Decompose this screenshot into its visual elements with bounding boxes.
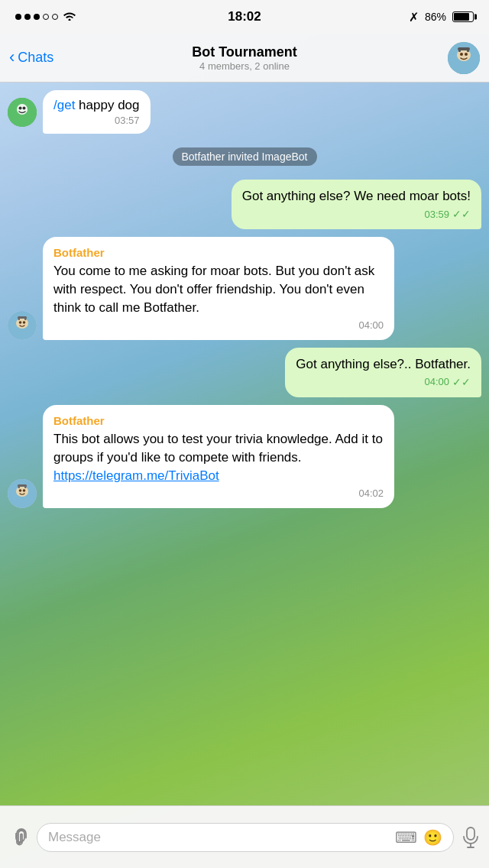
bluetooth-icon: ✗ [409, 10, 419, 24]
battery-percent: 86% [425, 11, 446, 23]
sender-name: Botfather [53, 245, 384, 261]
battery-fill [454, 13, 469, 21]
list-item: /get happy dog 03:57 [8, 90, 151, 134]
avatar [8, 311, 37, 340]
svg-rect-6 [467, 48, 469, 52]
dot-1 [15, 14, 21, 20]
dot-4 [43, 14, 49, 20]
message-bubble: Botfather You come to me asking for moar… [43, 237, 394, 340]
back-label[interactable]: Chats [18, 50, 53, 66]
back-chevron-icon: ‹ [9, 47, 15, 67]
message-time-row: 03:59 ✓✓ [242, 207, 471, 222]
dot-2 [24, 14, 31, 20]
message-text: You come to me asking for moar bots. But… [53, 262, 384, 316]
list-item: Got anything else?.. Botfather. 04:00 ✓✓ [285, 348, 481, 397]
message-bubble: Got anything else?.. Botfather. 04:00 ✓✓ [285, 348, 481, 397]
message-time-row: 03:57 [53, 115, 140, 126]
svg-point-19 [16, 486, 28, 497]
svg-point-21 [23, 489, 26, 492]
svg-rect-23 [18, 485, 21, 488]
svg-rect-5 [458, 48, 461, 52]
system-message-row: Botfather invited ImageBot [8, 143, 481, 170]
message-time: 03:59 [424, 208, 449, 222]
nav-title: Bot Tournament [192, 44, 297, 60]
wifi-icon [63, 10, 76, 24]
message-text: This bot allows you to test your trivia … [53, 430, 384, 484]
svg-rect-17 [24, 317, 27, 320]
read-receipt-icon: ✓✓ [452, 375, 471, 390]
avatar [8, 98, 37, 127]
sticker-icon[interactable]: 🙂 [423, 828, 442, 847]
command-text: /get [53, 98, 75, 112]
message-time-row: 04:00 [53, 319, 384, 332]
command-suffix: happy dog [79, 98, 139, 112]
back-button[interactable]: ‹ Chats [9, 49, 53, 67]
input-right-icons: ⌨ 🙂 [395, 828, 442, 847]
system-message: Botfather invited ImageBot [173, 147, 317, 166]
message-text: /get happy dog [53, 98, 140, 112]
list-item: Botfather You come to me asking for moar… [8, 237, 394, 340]
message-placeholder: Message [48, 830, 101, 845]
message-bubble: /get happy dog 03:57 [43, 90, 151, 134]
mic-button[interactable] [461, 827, 480, 848]
message-time: 04:00 [358, 319, 384, 332]
status-time: 18:02 [228, 9, 261, 24]
signal-area [15, 10, 76, 24]
svg-point-2 [460, 53, 463, 56]
message-text: Got anything else?.. Botfather. [296, 355, 471, 374]
status-bar: 18:02 ✗ 86% [0, 0, 489, 34]
dot-5 [52, 14, 58, 20]
message-input-field[interactable]: Message ⌨ 🙂 [37, 823, 454, 852]
message-bubble: Got anything else? We need moar bots! 03… [232, 180, 481, 229]
message-text: Got anything else? We need moar bots! [242, 187, 471, 206]
status-right: ✗ 86% [409, 10, 474, 24]
attach-button[interactable] [9, 828, 29, 847]
battery-icon [452, 11, 474, 22]
svg-point-20 [19, 489, 22, 492]
nav-subtitle: 4 members, 2 online [192, 60, 297, 72]
svg-point-9 [19, 106, 22, 109]
svg-point-3 [465, 53, 468, 56]
list-item: Botfather This bot allows you to test yo… [8, 405, 394, 508]
message-time-row: 04:00 ✓✓ [296, 375, 471, 390]
svg-rect-16 [18, 317, 21, 320]
svg-point-10 [23, 106, 26, 109]
chat-scroll: /get happy dog 03:57 Botfather invited I… [0, 83, 489, 516]
svg-rect-24 [24, 485, 27, 488]
chat-avatar[interactable] [448, 42, 480, 74]
chat-area: /get happy dog 03:57 Botfather invited I… [0, 83, 489, 805]
avatar [8, 479, 37, 508]
input-bar: Message ⌨ 🙂 [0, 805, 489, 868]
signal-dots [15, 14, 58, 20]
svg-point-12 [16, 318, 28, 329]
message-time: 03:57 [115, 115, 140, 126]
message-time: 04:00 [424, 375, 449, 389]
list-item: Got anything else? We need moar bots! 03… [232, 180, 481, 229]
svg-point-13 [19, 321, 22, 324]
svg-rect-25 [467, 828, 474, 840]
nav-center: Bot Tournament 4 members, 2 online [192, 44, 297, 72]
message-time: 04:02 [358, 487, 384, 500]
nav-bar: ‹ Chats Bot Tournament 4 members, 2 onli… [0, 34, 489, 83]
system-message-text: Botfather invited ImageBot [182, 151, 308, 163]
message-bubble: Botfather This bot allows you to test yo… [43, 405, 394, 508]
message-time-row: 04:02 [53, 487, 384, 500]
dot-3 [34, 14, 40, 20]
svg-point-14 [23, 321, 26, 324]
keyboard-icon[interactable]: ⌨ [395, 828, 417, 847]
trivia-bot-link[interactable]: https://telegram.me/TriviaBot [53, 468, 219, 483]
sender-name: Botfather [53, 413, 384, 429]
read-receipt-icon: ✓✓ [452, 207, 471, 222]
